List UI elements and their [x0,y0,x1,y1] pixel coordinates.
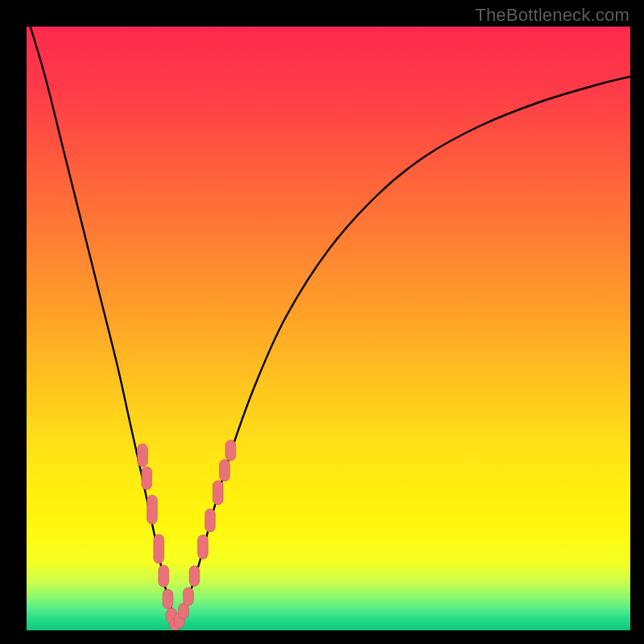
chart-svg [27,27,630,630]
data-marker [159,565,169,587]
data-marker [138,444,148,467]
plot-area [27,27,630,630]
data-marker [225,440,236,461]
data-marker [184,588,194,606]
data-marker [163,589,173,609]
data-marker [205,509,216,532]
data-marker [142,467,152,490]
watermark-text: TheBottleneck.com [475,5,630,26]
data-markers [138,440,236,630]
outer-frame: TheBottleneck.com [0,0,644,644]
data-marker [147,495,158,524]
data-marker [189,566,200,587]
data-marker [154,535,164,564]
data-marker [220,460,230,481]
data-marker [198,535,208,559]
data-marker [213,481,223,505]
bottleneck-curve [27,27,630,624]
